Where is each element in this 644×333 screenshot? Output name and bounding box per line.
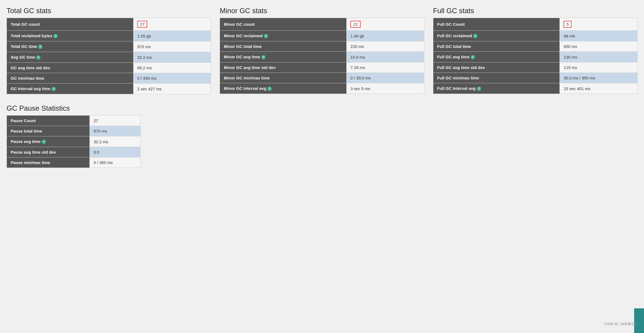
row-value: 2 sec 427 ms [133, 84, 211, 94]
row-label: GC Interval avg time? [7, 84, 134, 94]
gc-stats-row: Total GC stats Total GC count27Total rec… [7, 7, 637, 94]
minor-gc-title: Minor GC stats [220, 7, 424, 15]
row-value: 220 ms [347, 41, 424, 52]
table-row: GC avg time std dev68.2 ms [7, 63, 211, 73]
table-row: Minor GC min/max time0 / 30.0 ms [220, 73, 424, 83]
table-row: Total GC count27 [7, 18, 211, 31]
row-value: 32.2 ms [133, 52, 211, 63]
row-label: GC avg time std dev [7, 63, 134, 73]
row-value: 27 [90, 116, 141, 126]
full-gc-title: Full GC stats [433, 7, 637, 15]
help-icon[interactable]: ? [261, 55, 266, 59]
pause-stats-title: GC Pause Statistics [7, 104, 141, 113]
page-layout: Total GC stats Total GC count27Total rec… [7, 7, 637, 168]
row-value: 0 / 350 ms [133, 73, 211, 84]
row-value: 3 sec 5 ms [347, 83, 424, 94]
help-icon[interactable]: ? [471, 55, 475, 59]
row-value: 1.49 gb [347, 31, 424, 41]
table-row: Avg GC time?32.2 ms [7, 52, 211, 63]
row-label: Avg GC time? [7, 52, 134, 63]
row-label: Total GC time? [7, 41, 134, 52]
table-row: Full GC total time650 ms [433, 41, 637, 52]
table-row: Minor GC total time220 ms [220, 41, 424, 52]
row-value: 68 mb [560, 31, 637, 41]
row-value: 7.39 ms [347, 62, 424, 73]
row-label: Minor GC total time [220, 41, 347, 52]
row-value: 10.0 ms [347, 52, 424, 62]
row-value: 130 ms [560, 52, 637, 62]
row-value: 870 ms [133, 41, 211, 52]
total-gc-title: Total GC stats [7, 7, 211, 15]
row-label: Total reclaimed bytes? [7, 31, 134, 41]
row-value: 1.55 gb [133, 31, 211, 41]
highlight-value: 22 [350, 21, 361, 28]
row-value: 27 [133, 18, 211, 31]
row-value: 650 ms [560, 41, 637, 52]
row-label: Minor GC count [220, 18, 347, 31]
table-row: Minor GC avg time?10.0 ms [220, 52, 424, 62]
row-label: Pause avg time? [7, 136, 90, 147]
table-row: Pause avg time std dev0.0 [7, 147, 141, 157]
table-row: Full GC avg time?130 ms [433, 52, 637, 62]
table-row: Full GC min/max time30.0 ms / 350 ms [433, 73, 637, 83]
row-label: Total GC count [7, 18, 134, 31]
table-row: Pause min/max time0 / 350 ms [7, 157, 141, 168]
help-icon[interactable]: ? [473, 34, 477, 38]
row-label: Minor GC min/max time [220, 73, 347, 83]
row-label: Full GC avg time? [433, 52, 560, 62]
row-value: 5 [560, 18, 637, 31]
row-value: 870 ms [90, 126, 141, 136]
table-row: Full GC reclaimed?68 mb [433, 31, 637, 41]
row-label: Full GC Interval avg? [433, 83, 560, 94]
row-label: Full GC avg time std dev [433, 62, 560, 73]
row-label: Pause avg time std dev [7, 147, 90, 157]
table-row: Pause avg time?32.2 ms [7, 136, 141, 147]
row-label: Minor GC reclaimed? [220, 31, 347, 41]
row-label: Pause total time [7, 126, 90, 136]
table-row: Full GC avg time std dev115 ms [433, 62, 637, 73]
row-value: 0.0 [90, 147, 141, 157]
help-icon[interactable]: ? [38, 45, 42, 49]
help-icon[interactable]: ? [53, 34, 58, 38]
total-gc-table: Total GC count27Total reclaimed bytes?1.… [7, 18, 211, 94]
help-icon[interactable]: ? [264, 34, 268, 38]
pause-stats-panel: GC Pause Statistics Pause Count27Pause t… [7, 104, 141, 168]
full-gc-table: Full GC Count5Full GC reclaimed?68 mbFul… [433, 18, 637, 94]
row-value: 68.2 ms [133, 63, 211, 73]
highlight-value: 27 [137, 21, 147, 28]
help-icon[interactable]: ? [36, 55, 40, 60]
row-label: Pause Count [7, 116, 90, 126]
minor-gc-table: Minor GC count22Minor GC reclaimed?1.49 … [220, 18, 424, 94]
table-row: GC Interval avg time?2 sec 427 ms [7, 84, 211, 94]
row-value: 30.0 ms / 350 ms [560, 73, 637, 83]
table-row: Minor GC reclaimed?1.49 gb [220, 31, 424, 41]
table-row: Minor GC Interval avg?3 sec 5 ms [220, 83, 424, 94]
row-label: Pause min/max time [7, 157, 90, 168]
row-label: Full GC reclaimed? [433, 31, 560, 41]
table-row: Minor GC count22 [220, 18, 424, 31]
full-gc-panel: Full GC stats Full GC Count5Full GC recl… [433, 7, 637, 94]
row-value: 32.2 ms [90, 136, 141, 147]
row-label: Full GC min/max time [433, 73, 560, 83]
row-label: Minor GC Interval avg? [220, 83, 347, 94]
table-row: Total reclaimed bytes?1.55 gb [7, 31, 211, 41]
row-value: 0 / 350 ms [90, 157, 141, 168]
help-icon[interactable]: ? [51, 87, 56, 91]
total-gc-panel: Total GC stats Total GC count27Total rec… [7, 7, 211, 94]
row-value: 0 / 30.0 ms [347, 73, 424, 83]
table-row: Total GC time?870 ms [7, 41, 211, 52]
row-value: 115 ms [560, 62, 637, 73]
pause-stats-table: Pause Count27Pause total time870 msPause… [7, 115, 141, 168]
table-row: GC min/max time0 / 350 ms [7, 73, 211, 84]
table-row: Full GC Interval avg?15 sec 401 ms [433, 83, 637, 94]
help-icon[interactable]: ? [267, 87, 272, 91]
help-icon[interactable]: ? [477, 87, 481, 91]
row-value: 15 sec 401 ms [560, 83, 637, 94]
row-label: Full GC total time [433, 41, 560, 52]
help-icon[interactable]: ? [42, 140, 46, 144]
table-row: Pause total time870 ms [7, 126, 141, 136]
row-label: Full GC Count [433, 18, 560, 31]
row-value: 22 [347, 18, 424, 31]
table-row: Full GC Count5 [433, 18, 637, 31]
row-label: Minor GC avg time? [220, 52, 347, 62]
